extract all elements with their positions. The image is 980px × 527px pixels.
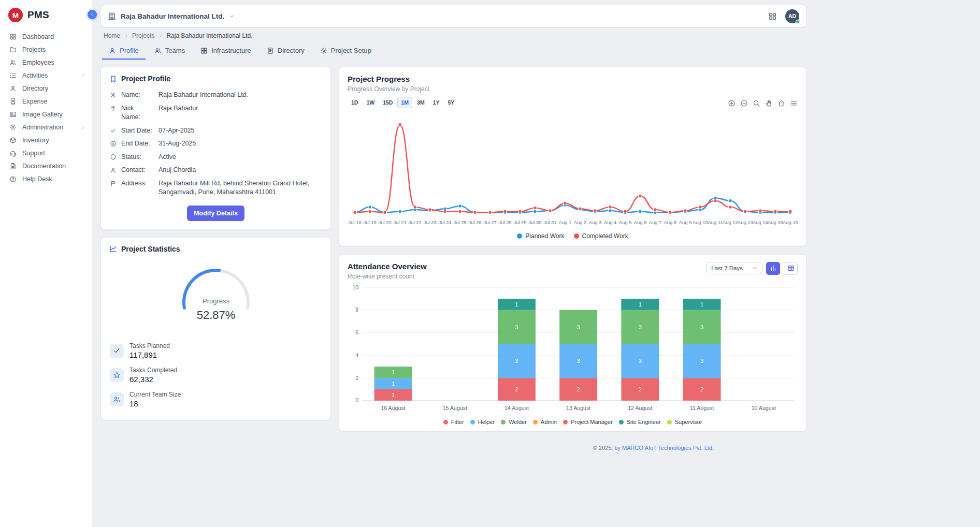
- sidebar-item-label: Inventory: [22, 137, 49, 144]
- legend-helper[interactable]: Helper: [470, 419, 495, 425]
- svg-text:1: 1: [700, 301, 703, 308]
- svg-text:Jul 21: Jul 21: [394, 219, 407, 225]
- directory-tab-icon: [267, 47, 274, 54]
- sidebar-item-inventory[interactable]: Inventory: [0, 134, 92, 147]
- sidebar-item-label: Expense: [22, 98, 48, 105]
- sidebar-item-activities[interactable]: Activities: [0, 69, 92, 82]
- svg-text:3: 3: [577, 358, 580, 364]
- home-icon[interactable]: [777, 99, 785, 107]
- sidebar-item-help-desk[interactable]: Help Desk: [0, 172, 92, 185]
- attendance-chart-svg[interactable]: 024681011116 August15 August233114 Augus…: [348, 283, 798, 414]
- sidebar-item-documentation[interactable]: Documentation: [0, 159, 92, 172]
- sidebar-collapse-button[interactable]: [88, 10, 97, 19]
- sidebar-item-administration[interactable]: Administration: [0, 121, 92, 134]
- check-small-icon: [110, 127, 117, 134]
- right-column: Project Progress Progress Overview by Pr…: [339, 67, 806, 452]
- apps-grid-icon[interactable]: [768, 12, 777, 21]
- legend-supervisor[interactable]: Supervisor: [667, 419, 702, 425]
- pan-icon[interactable]: [765, 99, 773, 107]
- svg-text:1: 1: [515, 301, 518, 308]
- zoom-icon[interactable]: [753, 99, 760, 107]
- profile-fields: Name:Raja Bahadur International Ltd.Nick…: [109, 89, 322, 199]
- footer-link[interactable]: MARCO AIoT Technologies Pvt. Ltd.: [622, 445, 714, 451]
- circle-x-icon: [110, 140, 117, 147]
- svg-text:1: 1: [392, 369, 395, 375]
- sidebar-item-support[interactable]: Support: [0, 147, 92, 159]
- range-5y-button[interactable]: 5Y: [444, 97, 458, 108]
- sidebar-item-image-gallery[interactable]: Image Gallery: [0, 108, 92, 121]
- profile-field-contact: Contact:Anuj Chordia: [109, 164, 322, 177]
- sidebar-item-dashboard[interactable]: Dashboard: [0, 30, 92, 43]
- sidebar-item-employees[interactable]: Employees: [0, 56, 92, 69]
- svg-text:Aug 10: Aug 10: [693, 219, 708, 225]
- range-1d-button[interactable]: 1D: [348, 97, 362, 108]
- svg-text:3: 3: [639, 358, 642, 364]
- legend-fitter[interactable]: Fitter: [443, 419, 464, 425]
- bar-chart-view-button[interactable]: [766, 262, 780, 275]
- bar-chart-icon: [770, 265, 777, 272]
- modify-details-button[interactable]: Modify Details: [187, 206, 244, 221]
- range-15d-button[interactable]: 15D: [379, 97, 396, 108]
- date-range-select[interactable]: Last 7 Days: [706, 262, 762, 274]
- table-view-button[interactable]: [784, 262, 798, 275]
- user-avatar[interactable]: AD: [785, 9, 799, 23]
- breadcrumb-item-projects[interactable]: Projects: [132, 32, 154, 39]
- breadcrumb-item-home[interactable]: Home: [104, 32, 120, 39]
- chevron-down-icon: [752, 266, 757, 271]
- fingerprint-icon: [110, 105, 117, 112]
- attendance-controls: Last 7 Days: [706, 262, 798, 275]
- chevron-right-icon: [158, 34, 163, 38]
- flag-icon: [110, 180, 117, 187]
- svg-text:1: 1: [392, 380, 395, 387]
- svg-text:Aug 13: Aug 13: [738, 219, 753, 225]
- legend-label: Supervisor: [675, 419, 702, 425]
- sidebar-item-expense[interactable]: Expense: [0, 95, 92, 108]
- range-3m-button[interactable]: 3M: [413, 97, 428, 108]
- zoom-out-icon[interactable]: [740, 99, 748, 107]
- shield-icon: [110, 154, 117, 160]
- zoom-in-icon[interactable]: [728, 99, 736, 107]
- range-1m-button[interactable]: 1M: [397, 97, 412, 108]
- chevron-down-icon: [229, 13, 235, 19]
- field-label: Contact:: [121, 166, 154, 175]
- progress-gauge: Progress52.87%: [109, 259, 322, 336]
- building-icon: [108, 12, 116, 20]
- progress-chart-controls: 1D1W15D1M3M1Y5Y: [348, 97, 798, 108]
- legend-planned-work[interactable]: Planned Work: [517, 232, 564, 240]
- tab-infrastructure[interactable]: Infrastructure: [194, 42, 258, 60]
- svg-text:Aug 11: Aug 11: [708, 219, 723, 225]
- progress-chart-title: Project Progress: [348, 75, 798, 83]
- sidebar-item-directory[interactable]: Directory: [0, 82, 92, 95]
- teams-icon: [154, 47, 162, 54]
- tab-directory[interactable]: Directory: [260, 42, 311, 60]
- tab-project-setup[interactable]: Project Setup: [313, 42, 378, 60]
- legend-site-engineer[interactable]: Site Engineer: [619, 419, 661, 425]
- company-selector[interactable]: Raja Bahadur International Ltd.: [108, 12, 235, 20]
- legend-dot: [574, 233, 579, 239]
- sidebar-item-projects[interactable]: Projects: [0, 43, 92, 56]
- tab-profile[interactable]: Profile: [102, 42, 146, 60]
- svg-text:Jul 26: Jul 26: [469, 219, 482, 225]
- field-label: Name:: [121, 91, 154, 100]
- chevron-right-icon: [124, 34, 128, 38]
- check-tile-icon: [113, 347, 121, 355]
- svg-text:11 August: 11 August: [690, 405, 714, 411]
- sidebar-nav: DashboardProjectsEmployeesActivitiesDire…: [0, 30, 92, 185]
- sidebar: M PMS DashboardProjectsEmployeesActiviti…: [0, 0, 92, 527]
- avatar-initials: AD: [788, 13, 796, 19]
- sidebar-item-label: Employees: [22, 59, 54, 66]
- range-1y-button[interactable]: 1Y: [429, 97, 443, 108]
- range-1w-button[interactable]: 1W: [363, 97, 378, 108]
- legend-dot: [667, 420, 672, 424]
- project-progress-chart-svg[interactable]: Jul 18Jul 19Jul 20Jul 21Jul 22Jul 23Jul …: [348, 109, 798, 228]
- menu-icon[interactable]: [790, 99, 798, 107]
- tab-label: Directory: [278, 47, 305, 54]
- svg-text:Jul 22: Jul 22: [409, 219, 422, 225]
- tab-teams[interactable]: Teams: [148, 42, 192, 60]
- legend-admin[interactable]: Admin: [533, 419, 557, 425]
- legend-project-manager[interactable]: Project Manager: [563, 419, 613, 425]
- legend-completed-work[interactable]: Completed Work: [574, 232, 628, 240]
- legend-label: Planned Work: [525, 232, 564, 240]
- attendance-header: Attendance Overview Role-wise present co…: [348, 262, 798, 280]
- legend-welder[interactable]: Welder: [501, 419, 527, 425]
